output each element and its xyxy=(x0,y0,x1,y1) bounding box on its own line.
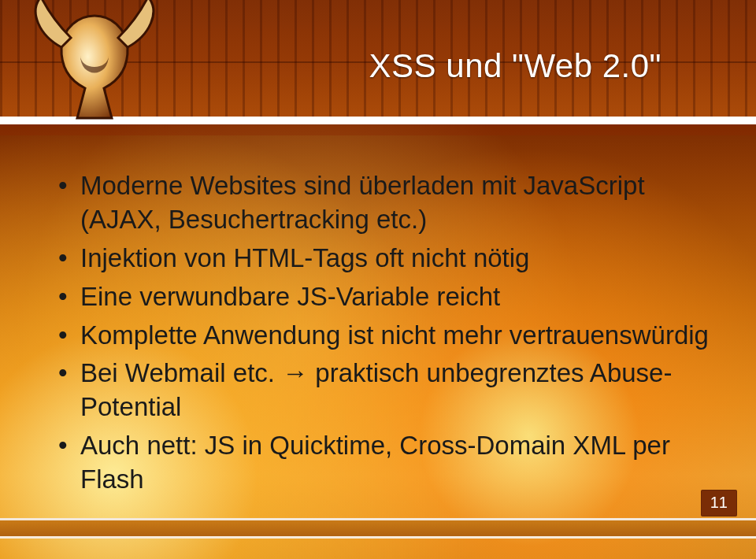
slide-title: XSS und "Web 2.0" xyxy=(369,47,662,85)
page-number-badge: 11 xyxy=(701,490,737,516)
slide: XSS und "Web 2.0" Moderne Websites sind … xyxy=(0,0,756,559)
bullet-item: Bei Webmail etc. → praktisch unbegrenzte… xyxy=(55,357,709,424)
bullet-item: Eine verwundbare JS-Variable reicht xyxy=(55,280,709,314)
bottom-decorative-band xyxy=(0,518,756,539)
bullet-item: Auch nett: JS in Quicktime, Cross-Domain… xyxy=(55,429,709,497)
bullet-item: Komplette Anwendung ist nicht mehr vertr… xyxy=(55,319,709,353)
bullet-item: Moderne Websites sind überladen mit Java… xyxy=(55,169,709,237)
bullet-list: Moderne Websites sind überladen mit Java… xyxy=(55,169,709,497)
slide-body: Moderne Websites sind überladen mit Java… xyxy=(55,169,709,502)
bullet-item: Injektion von HTML-Tags oft nicht nötig xyxy=(55,242,709,276)
